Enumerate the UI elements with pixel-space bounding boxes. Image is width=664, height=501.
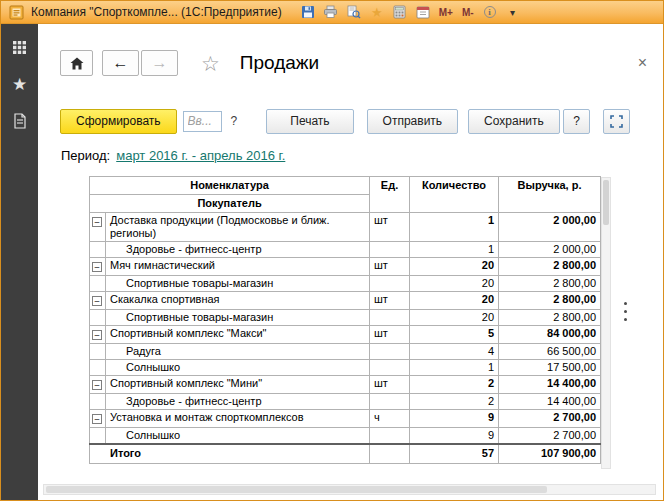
gutter-cell (90, 394, 106, 410)
calendar-icon[interactable] (415, 4, 431, 20)
unit-cell: шт (370, 292, 410, 310)
collapse-button[interactable]: − (92, 330, 102, 340)
save-button[interactable]: Сохранить (468, 109, 560, 134)
titlebar-toolbar: ★ M+ M- i ▾ (300, 4, 521, 20)
period-link[interactable]: март 2016 г. - апрель 2016 г. (116, 148, 285, 163)
help-button[interactable]: ? (563, 109, 590, 134)
name-cell: Спортивный комплекс "Макси" (106, 326, 370, 344)
group-row: − Доставка продукции (Подмосковье и ближ… (90, 213, 601, 242)
favorites-sidebar-icon[interactable]: ★ (10, 74, 30, 94)
close-icon[interactable]: × (638, 54, 647, 72)
favorite-toggle-star-icon[interactable]: ☆ (201, 53, 220, 74)
app-window: Компания "Спорткомпле... (1С:Предприятие… (0, 0, 664, 501)
unit-cell (370, 242, 410, 258)
revenue-cell: 2 800,00 (499, 276, 601, 292)
save-icon[interactable] (300, 4, 316, 20)
revenue-cell: 2 000,00 (499, 213, 601, 242)
group-row: − Установка и монтаж спорткомплексов ч 9… (90, 410, 601, 428)
chevron-down-icon[interactable]: ▾ (505, 4, 521, 20)
tools-grid-icon[interactable] (10, 37, 30, 57)
detail-row: Здоровье - фитнесс-центр 1 2 000,00 (90, 242, 601, 258)
revenue-cell: 17 500,00 (499, 360, 601, 376)
unit-cell (370, 344, 410, 360)
detail-row: Солнышко 9 2 700,00 (90, 428, 601, 445)
header-unit: Ед. (370, 177, 410, 213)
total-qty-cell: 57 (410, 444, 499, 464)
home-icon (70, 57, 84, 70)
revenue-cell: 84 000,00 (499, 326, 601, 344)
generate-button[interactable]: Сформировать (60, 109, 177, 134)
unit-cell: шт (370, 376, 410, 394)
revenue-cell: 2 700,00 (499, 410, 601, 428)
revenue-cell: 66 500,00 (499, 344, 601, 360)
qty-cell: 1 (410, 242, 499, 258)
group-row: − Спортивный комплекс "Макси" шт 5 84 00… (90, 326, 601, 344)
header-revenue: Выручка, р. (499, 177, 601, 213)
unit-cell: ч (370, 410, 410, 428)
qty-cell: 20 (410, 310, 499, 326)
memory-plus-button[interactable]: M+ (438, 4, 454, 20)
collapse-button[interactable]: − (92, 262, 102, 272)
gutter-cell (90, 276, 106, 292)
forward-button[interactable]: → (141, 50, 178, 76)
collapse-button[interactable]: − (92, 380, 102, 390)
detail-row: Спортивные товары-магазин 20 2 800,00 (90, 276, 601, 292)
unit-cell: шт (370, 213, 410, 242)
name-cell: Установка и монтаж спорткомплексов (106, 410, 370, 428)
splitter-handle[interactable] (624, 302, 627, 321)
splitter-dot (624, 302, 627, 305)
name-cell: Солнышко (106, 360, 370, 376)
page-title: Продажи (240, 52, 319, 74)
header-nomenclature: Номенклатура (90, 177, 370, 195)
qty-cell: 9 (410, 428, 499, 445)
gutter-cell (90, 360, 106, 376)
qty-cell: 5 (410, 326, 499, 344)
report-table: Номенклатура Ед. Количество Выручка, р. … (89, 176, 601, 464)
revenue-cell: 2 000,00 (499, 242, 601, 258)
info-icon[interactable]: i (482, 4, 498, 20)
total-revenue-cell: 107 900,00 (499, 444, 601, 464)
gutter-cell (90, 344, 106, 360)
collapse-button[interactable]: − (92, 296, 102, 306)
search-input[interactable] (183, 111, 222, 132)
print-preview-icon[interactable] (346, 4, 362, 20)
report-area: Номенклатура Ед. Количество Выручка, р. … (89, 176, 601, 464)
vertical-scrollbar-thumb[interactable] (603, 180, 609, 225)
gutter-cell (90, 242, 106, 258)
print-icon[interactable] (323, 4, 339, 20)
back-button[interactable]: ← (102, 50, 139, 76)
vertical-scrollbar[interactable] (601, 177, 611, 469)
print-button[interactable]: Печать (266, 109, 353, 134)
group-row: − Скакалка спортивная шт 20 2 800,00 (90, 292, 601, 310)
history-icon[interactable] (10, 111, 30, 131)
name-cell: Здоровье - фитнесс-центр (106, 242, 370, 258)
header-buyer: Покупатель (90, 195, 370, 213)
unit-cell (370, 394, 410, 410)
home-button[interactable] (60, 50, 93, 76)
qty-cell: 2 (410, 394, 499, 410)
qty-cell: 1 (410, 213, 499, 242)
group-row: − Мяч гимнастический шт 20 2 800,00 (90, 258, 601, 276)
calculator-icon[interactable] (392, 4, 408, 20)
collapse-button[interactable]: − (92, 217, 102, 227)
qty-cell: 2 (410, 376, 499, 394)
main-content: ← → ☆ Продажи × Сформировать ? Печать От… (38, 24, 663, 500)
horizontal-scrollbar-thumb[interactable] (46, 486, 547, 493)
gutter-cell: − (90, 258, 106, 276)
gutter-cell: − (90, 326, 106, 344)
favorites-star-icon[interactable]: ★ (369, 4, 385, 20)
qty-cell: 20 (410, 276, 499, 292)
memory-minus-button[interactable]: M- (461, 4, 475, 20)
horizontal-scrollbar[interactable] (43, 484, 656, 495)
gutter-cell: − (90, 213, 106, 242)
collapse-button[interactable]: − (92, 414, 102, 424)
period-row: Период:март 2016 г. - апрель 2016 г. (61, 148, 285, 163)
unit-cell (370, 276, 410, 292)
send-button[interactable]: Отправить (367, 109, 459, 134)
expand-button[interactable] (603, 109, 630, 134)
unit-cell (370, 444, 410, 464)
unit-cell (370, 360, 410, 376)
qty-cell: 1 (410, 360, 499, 376)
gutter-cell: − (90, 376, 106, 394)
quick-help-link[interactable]: ? (231, 114, 238, 128)
